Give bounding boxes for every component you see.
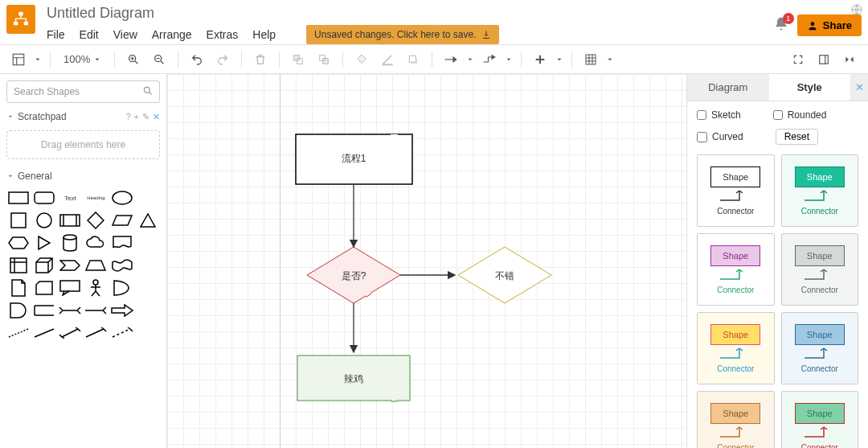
shape-document[interactable] bbox=[110, 233, 134, 253]
shape-and[interactable] bbox=[6, 301, 31, 320]
zoom-in-button[interactable] bbox=[123, 49, 144, 70]
shape-or[interactable] bbox=[110, 278, 134, 298]
shape-circle[interactable] bbox=[32, 211, 56, 230]
table-button[interactable] bbox=[580, 49, 601, 70]
shape-cylinder[interactable] bbox=[58, 233, 82, 253]
shape-cloud[interactable] bbox=[84, 233, 108, 253]
canvas[interactable]: 流程1 是否? 不错 辣鸡 bbox=[167, 74, 686, 448]
scratchpad-edit-icon[interactable]: ✎ bbox=[142, 112, 149, 122]
node-good[interactable]: 不错 bbox=[458, 247, 551, 303]
node-bad[interactable]: 辣鸡 bbox=[297, 356, 410, 401]
chevron-down-icon[interactable] bbox=[466, 55, 474, 64]
fill-color-button[interactable] bbox=[351, 49, 372, 70]
shape-square[interactable] bbox=[6, 211, 31, 230]
shape-diamond[interactable] bbox=[84, 211, 108, 230]
shape-rectangle[interactable] bbox=[6, 188, 31, 208]
shape-internal-storage[interactable] bbox=[6, 256, 31, 275]
line-color-button[interactable] bbox=[377, 49, 398, 70]
shape-card[interactable] bbox=[32, 278, 56, 298]
menu-edit[interactable]: Edit bbox=[80, 28, 99, 41]
style-preset-3[interactable]: ShapeConnector bbox=[781, 233, 859, 306]
style-preset-7[interactable]: ShapeConnector bbox=[781, 391, 859, 448]
shadow-button[interactable] bbox=[403, 49, 424, 70]
scratchpad-close-icon[interactable]: ✕ bbox=[153, 112, 160, 122]
view-mode-button[interactable] bbox=[8, 49, 29, 70]
chevron-down-icon[interactable] bbox=[555, 55, 563, 64]
reset-button[interactable]: Reset bbox=[776, 129, 818, 145]
shape-arrow-bidirectional[interactable] bbox=[58, 301, 82, 320]
shape-tape[interactable] bbox=[110, 256, 134, 275]
shape-link-dashed[interactable] bbox=[6, 323, 31, 343]
menu-arrange[interactable]: Arrange bbox=[152, 28, 192, 41]
insert-button[interactable] bbox=[530, 49, 551, 70]
collapse-button[interactable] bbox=[839, 49, 860, 70]
scratchpad-help-icon[interactable]: ? bbox=[125, 112, 130, 122]
undo-button[interactable] bbox=[186, 49, 207, 70]
check-curved-input[interactable] bbox=[697, 132, 707, 142]
shape-text[interactable]: Text bbox=[58, 188, 82, 208]
shape-process[interactable] bbox=[58, 211, 82, 230]
delete-button[interactable] bbox=[250, 49, 271, 70]
style-preset-6[interactable]: ShapeConnector bbox=[697, 391, 775, 448]
waypoints-button[interactable] bbox=[479, 49, 500, 70]
chevron-down-icon[interactable] bbox=[505, 55, 513, 64]
shape-cube[interactable] bbox=[32, 256, 56, 275]
shape-link[interactable] bbox=[32, 323, 56, 343]
menu-file[interactable]: File bbox=[47, 28, 65, 41]
chevron-down-icon[interactable] bbox=[34, 55, 42, 64]
shape-hexagon[interactable] bbox=[6, 233, 31, 253]
shape-parallelogram[interactable] bbox=[110, 211, 134, 230]
shape-datastore[interactable] bbox=[32, 301, 56, 320]
search-shapes-input[interactable] bbox=[6, 80, 160, 103]
shape-play[interactable] bbox=[32, 233, 56, 253]
globe-icon[interactable] bbox=[850, 3, 863, 18]
style-preset-1[interactable]: ShapeConnector bbox=[781, 154, 859, 227]
check-sketch-input[interactable] bbox=[697, 110, 706, 120]
style-preset-4[interactable]: ShapeConnector bbox=[697, 312, 775, 384]
node-process[interactable]: 流程1 bbox=[296, 134, 412, 184]
connection-button[interactable] bbox=[440, 49, 461, 70]
format-panel-toggle[interactable] bbox=[813, 49, 834, 70]
scratchpad-dropzone[interactable]: Drag elements here bbox=[6, 130, 160, 159]
right-panel-close[interactable]: ✕ bbox=[850, 74, 868, 101]
shape-thick-arrow[interactable] bbox=[110, 301, 134, 320]
menu-help[interactable]: Help bbox=[252, 28, 276, 41]
to-back-button[interactable] bbox=[313, 49, 334, 70]
zoom-dropdown[interactable]: 100% bbox=[59, 53, 106, 65]
shape-step[interactable] bbox=[58, 256, 82, 275]
shape-rounded-rectangle[interactable] bbox=[32, 188, 56, 208]
shape-ellipse[interactable] bbox=[110, 188, 134, 208]
tab-style[interactable]: Style bbox=[769, 74, 851, 101]
scratchpad-header[interactable]: Scratchpad ? + ✎ ✕ bbox=[0, 108, 166, 125]
shape-dashed-arrow-line[interactable] bbox=[110, 323, 134, 343]
style-preset-5[interactable]: ShapeConnector bbox=[781, 312, 859, 384]
chevron-down-icon[interactable] bbox=[606, 55, 614, 64]
menu-extras[interactable]: Extras bbox=[207, 28, 239, 41]
scratchpad-add-icon[interactable]: + bbox=[134, 112, 139, 122]
check-sketch[interactable]: Sketch bbox=[697, 109, 741, 121]
shape-heading[interactable]: Heading bbox=[84, 188, 108, 208]
zoom-out-button[interactable] bbox=[149, 49, 170, 70]
node-decision[interactable]: 是否? bbox=[307, 247, 400, 303]
shape-arrow-line[interactable] bbox=[84, 323, 108, 343]
check-curved[interactable]: Curved bbox=[697, 131, 743, 142]
fullscreen-button[interactable] bbox=[788, 49, 809, 70]
check-rounded-input[interactable] bbox=[773, 110, 783, 120]
style-preset-0[interactable]: ShapeConnector bbox=[697, 154, 775, 227]
document-title[interactable]: Untitled Diagram bbox=[47, 3, 499, 25]
notifications-button[interactable]: 1 bbox=[773, 16, 789, 35]
check-rounded[interactable]: Rounded bbox=[773, 109, 827, 121]
tab-diagram[interactable]: Diagram bbox=[687, 74, 769, 101]
shape-arrow[interactable] bbox=[84, 301, 108, 320]
shape-triangle[interactable] bbox=[136, 211, 160, 230]
shape-trapezoid[interactable] bbox=[84, 256, 108, 275]
to-front-button[interactable] bbox=[288, 49, 309, 70]
unsaved-changes-banner[interactable]: Unsaved changes. Click here to save. bbox=[306, 25, 498, 44]
menu-view[interactable]: View bbox=[113, 28, 137, 41]
style-preset-2[interactable]: ShapeConnector bbox=[697, 233, 775, 306]
shape-bidir-arrow-line[interactable] bbox=[58, 323, 82, 343]
shape-actor[interactable] bbox=[84, 278, 108, 298]
shape-callout[interactable] bbox=[58, 278, 82, 298]
general-header[interactable]: General bbox=[0, 167, 166, 185]
shape-note[interactable] bbox=[6, 278, 31, 298]
